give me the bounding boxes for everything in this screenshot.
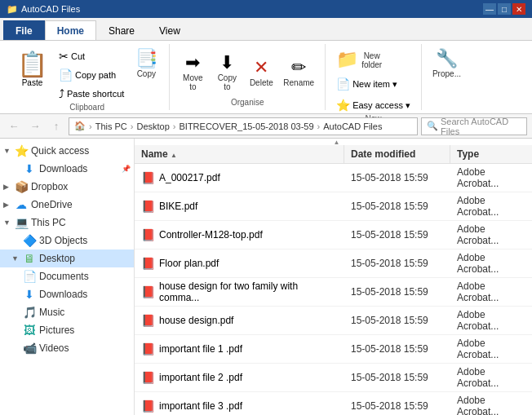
col-name[interactable]: Name ▲ [135, 145, 344, 163]
tab-share[interactable]: Share [96, 20, 147, 40]
search-box[interactable]: 🔍 Search AutoCAD Files [421, 117, 527, 135]
tab-home[interactable]: Home [45, 20, 96, 40]
sidebar-item-quick-access[interactable]: ▼ ⭐ Quick access [0, 142, 134, 160]
minimize-button[interactable]: — [483, 3, 496, 15]
table-row[interactable]: 📕 Floor plan.pdf 15-05-2018 15:59 Adobe … [135, 249, 532, 278]
sidebar-item-downloads-qa[interactable]: ⬇ Downloads 📌 [0, 160, 134, 178]
tab-view[interactable]: View [147, 20, 193, 40]
copy-path-button[interactable]: 📄 Copy path [55, 66, 128, 84]
sidebar-item-dropbox[interactable]: ▶ 📦 Dropbox [0, 178, 134, 196]
table-row[interactable]: 📕 house design.pdf 15-05-2018 15:59 Adob… [135, 307, 532, 335]
pdf-icon: 📕 [141, 257, 155, 270]
col-type[interactable]: Type [450, 145, 532, 163]
easy-access-icon: ⭐ [336, 99, 350, 112]
pin-indicator: 📌 [122, 165, 131, 173]
sidebar-item-downloads-pc[interactable]: ⬇ Downloads [0, 285, 134, 303]
address-bar: ← → ↑ 🏠 › This PC › Desktop › BITRECOVER… [0, 114, 532, 139]
expand-desktop-icon: ▼ [11, 254, 20, 263]
back-button[interactable]: ← [5, 117, 23, 135]
expand-onedrive-icon: ▶ [3, 201, 11, 209]
new-folder-icon: 📁 [336, 51, 358, 68]
table-row[interactable]: 📕 important file 3 .pdf 15-05-2018 15:59… [135, 392, 532, 415]
file-name: house design.pdf [159, 315, 233, 326]
file-date-cell: 15-05-2018 15:59 [344, 284, 450, 300]
maximize-button[interactable]: □ [498, 3, 511, 15]
sidebar-item-music[interactable]: 🎵 Music [0, 303, 134, 321]
easy-access-button[interactable]: ⭐ Easy access ▾ [332, 96, 415, 114]
properties-button[interactable]: 🔧 Prope... [428, 47, 465, 81]
col-date[interactable]: Date modified [344, 145, 450, 163]
sidebar-item-videos[interactable]: 📹 Videos [0, 339, 134, 357]
onedrive-icon: ☁ [15, 198, 28, 211]
file-date-cell: 15-05-2018 15:59 [344, 170, 450, 186]
move-icon: ➡ [185, 54, 200, 72]
file-rows: 📕 A_000217.pdf 15-05-2018 15:59 Adobe Ac… [135, 164, 532, 415]
table-row[interactable]: 📕 A_000217.pdf 15-05-2018 15:59 Adobe Ac… [135, 164, 532, 192]
delete-button[interactable]: ✕ Delete [245, 56, 277, 90]
pdf-icon: 📕 [141, 314, 155, 327]
copy-button[interactable]: 📑 Copy [130, 47, 162, 81]
new-item-button[interactable]: 📄 New item ▾ [332, 75, 401, 93]
file-name-cell: 📕 A_000217.pdf [135, 169, 344, 187]
videos-icon: 📹 [23, 342, 36, 355]
file-type-cell: Adobe Acrobat... [450, 249, 532, 277]
pdf-icon: 📕 [141, 285, 155, 298]
table-row[interactable]: 📕 Controller-M128-top.pdf 15-05-2018 15:… [135, 221, 532, 249]
paste-shortcut-button[interactable]: ⤴ Paste shortcut [55, 85, 128, 103]
ribbon: 📋 Paste ✂ Cut 📄 Copy path ⤴ Paste shortc… [0, 41, 532, 114]
move-to-button[interactable]: ➡ Moveto [176, 51, 209, 94]
clipboard-actions: ✂ Cut 📄 Copy path ⤴ Paste shortcut [55, 47, 128, 103]
close-button[interactable]: ✕ [512, 3, 525, 15]
sidebar-item-onedrive[interactable]: ▶ ☁ OneDrive [0, 196, 134, 214]
new-folder-button[interactable]: 📁 Newfolder [332, 47, 386, 72]
file-name-cell: 📕 Floor plan.pdf [135, 254, 344, 272]
file-name-cell: 📕 BIKE.pdf [135, 197, 344, 215]
copy-to-button[interactable]: ⬇ Copyto [211, 51, 243, 94]
file-name-cell: 📕 house design for two family with comma… [135, 278, 344, 306]
expand-this-pc-icon: ▼ [3, 219, 11, 227]
file-type-cell: Adobe Acrobat... [450, 221, 532, 249]
sidebar-item-this-pc[interactable]: ▼ 💻 This PC [0, 214, 134, 232]
title-bar-text: AutoCAD Files [21, 4, 80, 14]
path-part-4: AutoCAD Files [323, 121, 382, 131]
cut-icon: ✂ [59, 50, 69, 63]
documents-icon: 📄 [23, 270, 36, 283]
cut-button[interactable]: ✂ Cut [55, 47, 128, 65]
main-area: ▼ ⭐ Quick access ⬇ Downloads 📌 ▶ 📦 Dropb… [0, 139, 532, 415]
organize-group: ➡ Moveto ⬇ Copyto ✕ Delete ✏ Rename Orga… [170, 44, 326, 110]
table-row[interactable]: 📕 house design for two family with comma… [135, 278, 532, 307]
sidebar-item-documents[interactable]: 📄 Documents [0, 267, 134, 285]
forward-button[interactable]: → [26, 117, 44, 135]
sidebar-label-downloads2: Downloads [39, 289, 87, 300]
up-button[interactable]: ↑ [47, 117, 65, 135]
file-name: Floor plan.pdf [159, 258, 219, 269]
rename-button[interactable]: ✏ Rename [279, 56, 318, 90]
downloads2-icon: ⬇ [23, 288, 36, 301]
sidebar-item-3dobjects[interactable]: 🔷 3D Objects [0, 232, 134, 249]
sidebar-label-pictures: Pictures [39, 324, 74, 336]
paste-button[interactable]: 📋 Paste [11, 47, 53, 90]
address-path[interactable]: 🏠 › This PC › Desktop › BITRECOVER_15-05… [69, 117, 418, 135]
tab-file[interactable]: File [3, 20, 45, 40]
sidebar-item-desktop[interactable]: ▼ 🖥 Desktop [0, 249, 134, 267]
file-type-cell: Adobe Acrobat... [450, 192, 532, 220]
paste-shortcut-icon: ⤴ [59, 87, 64, 100]
file-type-cell: Adobe Acrobat... [450, 392, 532, 415]
3dobjects-icon: 🔷 [23, 234, 36, 247]
file-type-cell: Adobe Acrobat... [450, 364, 532, 391]
sidebar-label-music: Music [39, 307, 64, 318]
music-icon: 🎵 [23, 306, 36, 319]
file-list: ▲ Name ▲ Date modified Type 📕 A_000217.p… [135, 139, 532, 415]
table-row[interactable]: 📕 important file 1 .pdf 15-05-2018 15:59… [135, 335, 532, 364]
file-type-cell: Adobe Acrobat... [450, 164, 532, 192]
table-row[interactable]: 📕 BIKE.pdf 15-05-2018 15:59 Adobe Acroba… [135, 192, 532, 221]
sidebar-item-pictures[interactable]: 🖼 Pictures [0, 321, 134, 339]
sidebar-label-desktop: Desktop [39, 253, 75, 264]
window-controls[interactable]: — □ ✕ [483, 3, 525, 15]
file-date-cell: 15-05-2018 15:59 [344, 312, 450, 329]
file-name-cell: 📕 important file 1 .pdf [135, 340, 344, 358]
expand-dropbox-icon: ▶ [3, 183, 11, 191]
paste-icon: 📋 [17, 50, 47, 78]
sidebar-label-this-pc: This PC [31, 217, 66, 228]
table-row[interactable]: 📕 important file 2 .pdf 15-05-2018 15:59… [135, 364, 532, 392]
